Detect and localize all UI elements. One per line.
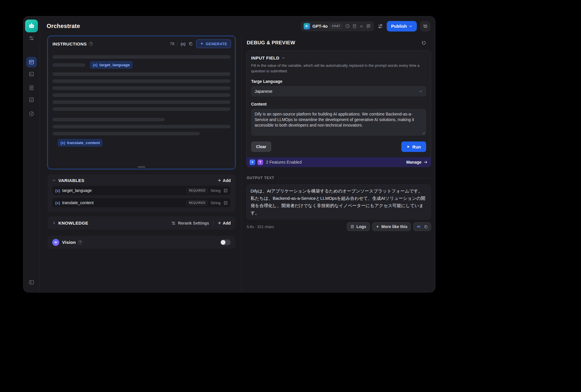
sparkle-icon — [376, 225, 379, 229]
output-meta: 5.6s · 321 chars — [247, 225, 274, 229]
chevron-right-icon[interactable] — [52, 221, 56, 225]
help-icon[interactable]: ? — [89, 42, 93, 46]
context-doc-icon[interactable] — [352, 24, 357, 29]
divider — [177, 42, 178, 46]
input-field-title: INPUT FIELD — [251, 55, 279, 60]
top-bar: Orchestrate GPT-4o CHAT — [40, 16, 435, 36]
generate-button[interactable]: GENERATE — [196, 39, 231, 48]
speaker-icon[interactable] — [416, 224, 421, 229]
instructions-title: INSTRUCTIONS — [52, 41, 87, 46]
edit-variable-icon[interactable] — [223, 201, 228, 205]
debug-column: DEBUG & PREVIEW INPUT FIELD Fill in the … — [242, 36, 435, 292]
skeleton-line — [52, 93, 230, 97]
arrow-right-icon — [424, 160, 428, 164]
equalizer-icon[interactable] — [359, 24, 364, 29]
plus-icon — [218, 221, 221, 225]
target-language-label: Targe Language — [251, 79, 426, 84]
sidebar-item-monitoring-icon[interactable] — [29, 111, 34, 117]
play-icon — [407, 145, 410, 148]
collapse-sidebar-icon[interactable] — [29, 279, 34, 285]
audio-actions — [413, 222, 431, 231]
sidebar-item-terminal-icon[interactable] — [29, 71, 34, 77]
temperature-gauge-icon[interactable] — [345, 24, 350, 29]
content-label: Content — [251, 102, 426, 106]
variable-type: String — [211, 188, 220, 193]
sidebar — [23, 16, 40, 292]
run-button[interactable]: Run — [401, 141, 426, 152]
app-window: Orchestrate GPT-4o CHAT — [23, 16, 435, 292]
prompt-skeleton[interactable]: {x} target_language — [48, 50, 235, 147]
sidebar-item-orchestrate-icon[interactable] — [26, 57, 37, 67]
variable-chip-translate-content[interactable]: {x} translate_content — [57, 139, 103, 147]
knowledge-panel: KNOWLEDGE Rerank Settings Add — [48, 216, 235, 230]
manage-features-button[interactable]: Manage — [406, 160, 428, 164]
output-text: Difyは、AIアプリケーションを構築するためのオープンソースプラットフォームで… — [251, 188, 425, 215]
generate-label: GENERATE — [206, 42, 227, 46]
skeleton-line — [52, 79, 230, 83]
skeleton-line — [52, 132, 200, 135]
model-selector[interactable]: GPT-4o CHAT — [301, 21, 374, 31]
instructions-panel: INSTRUCTIONS ? 78 {x} GENERATE — [48, 36, 235, 169]
sidebar-item-logs-icon[interactable] — [29, 85, 34, 91]
required-badge: REQUIRED — [187, 200, 208, 205]
model-mode-badge: CHAT — [330, 24, 342, 29]
help-icon[interactable]: ? — [78, 240, 82, 244]
input-field-header[interactable]: INPUT FIELD — [251, 55, 426, 60]
vision-panel: Vision ? — [48, 236, 235, 249]
output-text-card: Difyは、AIアプリケーションを構築するためのオープンソースプラットフォームで… — [246, 184, 431, 220]
insert-variable-icon[interactable]: {x} — [181, 42, 186, 46]
rerank-settings-button[interactable]: Rerank Settings — [171, 221, 209, 225]
run-label: Run — [412, 144, 421, 149]
skeleton-line — [52, 125, 230, 128]
features-status: 2 Features Enabled — [266, 160, 302, 164]
history-icon — [423, 24, 428, 29]
skeleton-line — [52, 63, 85, 67]
divider — [213, 221, 214, 225]
copy-icon[interactable] — [424, 225, 428, 229]
model-name: GPT-4o — [312, 24, 328, 29]
feature-tts-icon: T — [258, 160, 263, 165]
chevron-down-icon — [409, 24, 412, 28]
skeleton-line — [52, 107, 230, 111]
vision-toggle[interactable] — [220, 239, 231, 245]
char-count: 78 — [170, 41, 174, 46]
publish-button[interactable]: Publish — [387, 21, 417, 32]
input-field-description: Fill in the value of the variable, which… — [251, 63, 426, 74]
skeleton-line — [52, 86, 230, 90]
app-logo-robot-icon[interactable] — [25, 20, 38, 32]
variable-row[interactable]: {x} translate_content REQUIRED String — [52, 198, 231, 207]
restart-debug-icon[interactable] — [421, 40, 426, 46]
copy-icon[interactable] — [188, 41, 193, 46]
vision-title: Vision — [62, 240, 76, 245]
target-language-select[interactable]: Japanese — [251, 86, 426, 97]
logs-button[interactable]: Logs — [347, 222, 370, 231]
plugin-blocks-icon[interactable] — [366, 24, 371, 29]
orchestrate-column: INSTRUCTIONS ? 78 {x} GENERATE — [40, 36, 242, 292]
input-field-card: INPUT FIELD Fill in the value of the var… — [246, 50, 431, 157]
add-variable-button[interactable]: Add — [218, 178, 231, 183]
variable-chip-target-language[interactable]: {x} target_language — [90, 61, 133, 69]
sparkle-icon — [200, 42, 204, 46]
output-text-label: OUTPUT TEXT — [247, 176, 274, 180]
chevron-down-icon[interactable] — [52, 178, 56, 182]
skeleton-line — [52, 118, 165, 121]
publish-label: Publish — [391, 24, 407, 29]
more-like-this-button[interactable]: More like this — [372, 222, 411, 231]
add-knowledge-button[interactable]: Add — [218, 221, 231, 225]
divider — [278, 178, 431, 178]
variable-row[interactable]: {x} target_language REQUIRED String — [52, 186, 231, 195]
content-textarea[interactable]: Dify is an open-source platform for buil… — [251, 109, 426, 136]
skeleton-line — [52, 72, 230, 76]
history-button[interactable] — [420, 21, 430, 31]
edit-variable-icon[interactable] — [223, 188, 228, 193]
resize-corner-icon[interactable] — [422, 132, 425, 134]
clear-button[interactable]: Clear — [251, 141, 271, 152]
skeleton-line — [52, 100, 230, 104]
sidebar-item-annotation-icon[interactable] — [29, 97, 34, 103]
skeleton-line — [52, 55, 230, 59]
model-params-icon[interactable] — [377, 23, 383, 29]
resize-drag-handle[interactable] — [138, 166, 145, 168]
rerank-sliders-icon — [171, 221, 176, 225]
features-bar: T 2 Features Enabled Manage — [246, 157, 431, 167]
sidebar-item-tune-icon[interactable] — [29, 35, 34, 41]
